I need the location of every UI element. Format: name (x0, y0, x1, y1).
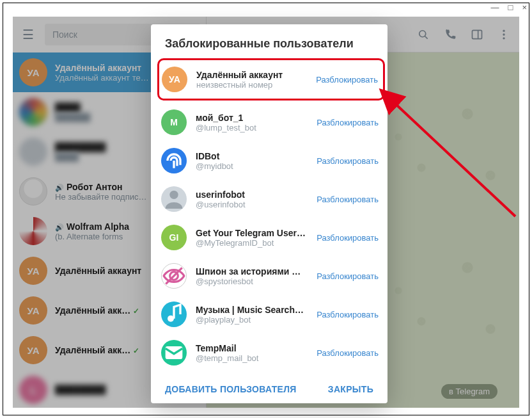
avatar (161, 148, 187, 173)
blocked-user-subtitle: @MyTelegramID_bot (196, 238, 308, 248)
avatar (161, 263, 187, 289)
unblock-button[interactable]: Разблокировать (317, 271, 379, 281)
dialog-title: Заблокированные пользователи (151, 24, 387, 57)
avatar: М (161, 109, 187, 135)
avatar (161, 301, 187, 327)
unblock-button[interactable]: Разблокировать (317, 118, 379, 127)
maximize-button[interactable]: □ (508, 3, 513, 12)
blocked-users-dialog: Заблокированные пользователи УА Удалённы… (151, 24, 387, 403)
close-dialog-button[interactable]: ЗАКРЫТЬ (328, 384, 373, 394)
avatar (161, 340, 187, 366)
blocked-user-subtitle: @temp_mail_bot (196, 353, 308, 363)
blocked-user-subtitle: @spystoriesbot (196, 277, 308, 286)
blocked-user-name: userinfobot (196, 189, 308, 200)
avatar: GI (161, 225, 187, 250)
blocked-user-name: Шпион за историями … (196, 266, 308, 277)
unblock-button[interactable]: Разблокировать (316, 75, 378, 84)
blocked-user-subtitle: неизвестный номер (196, 80, 307, 90)
blocked-user-subtitle: @lump_test_bot (196, 123, 308, 133)
blocked-user-name: Get Your Telegram User… (196, 228, 308, 238)
blocked-user-row: Шпион за историями … @spystoriesbot Разб… (159, 257, 384, 295)
blocked-user-subtitle: @userinfobot (196, 200, 308, 209)
blocked-user-name: Музыка | Music Search… (196, 305, 308, 315)
blocked-user-row: М мой_бот_1 @lump_test_bot Разблокироват… (159, 103, 384, 141)
avatar (161, 186, 187, 212)
blocked-user-name: IDBot (196, 151, 308, 161)
window-controls: — □ × (491, 3, 527, 12)
blocked-user-row: TempMail @temp_mail_bot Разблокировать (159, 334, 384, 372)
blocked-user-name: Удалённый аккаунт (196, 70, 307, 80)
unblock-button[interactable]: Разблокировать (317, 195, 379, 204)
avatar: УА (162, 67, 187, 92)
blocked-user-subtitle: @myidbot (196, 161, 308, 171)
blocked-user-row: Музыка | Music Search… @playplay_bot Раз… (159, 295, 384, 334)
blocked-user-row: УА Удалённый аккаунт неизвестный номер Р… (157, 58, 385, 100)
add-user-button[interactable]: ДОБАВИТЬ ПОЛЬЗОВАТЕЛЯ (165, 384, 297, 394)
blocked-user-subtitle: @playplay_bot (196, 315, 308, 325)
blocked-user-row: userinfobot @userinfobot Разблокировать (159, 180, 384, 218)
minimize-button[interactable]: — (491, 3, 499, 12)
blocked-user-name: TempMail (196, 343, 308, 353)
unblock-button[interactable]: Разблокировать (317, 348, 379, 358)
unblock-button[interactable]: Разблокировать (317, 233, 379, 243)
unblock-button[interactable]: Разблокировать (317, 156, 379, 166)
unblock-button[interactable]: Разблокировать (317, 310, 379, 319)
blocked-user-row: GI Get Your Telegram User… @MyTelegramID… (159, 218, 384, 257)
blocked-user-name: мой_бот_1 (196, 113, 308, 123)
blocked-user-row: IDBot @myidbot Разблокировать (159, 141, 384, 180)
close-window-button[interactable]: × (522, 3, 527, 12)
svg-point-7 (169, 191, 178, 199)
